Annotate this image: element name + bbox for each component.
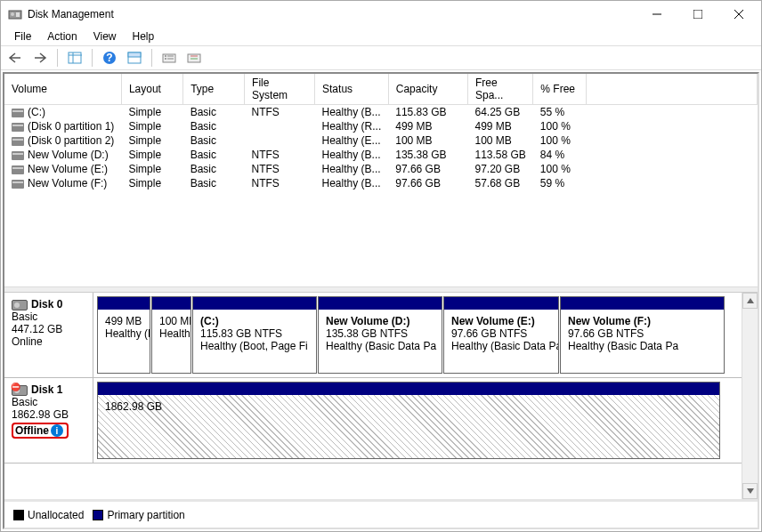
- partition[interactable]: 499 MBHealthy (R: [97, 296, 150, 374]
- disk-name: Disk 0: [12, 298, 85, 310]
- column-status[interactable]: Status: [315, 74, 389, 105]
- partition-body: New Volume (E:)97.66 GB NTFSHealthy (Bas…: [444, 310, 558, 373]
- maximize-button[interactable]: [677, 1, 718, 28]
- partition[interactable]: 1862.98 GB: [97, 382, 720, 459]
- disk-meta[interactable]: Disk 1Basic1862.98 GBOfflinei: [4, 378, 93, 463]
- partition-header: [98, 297, 150, 310]
- partition-header: [152, 297, 190, 310]
- volume-icon: [12, 151, 24, 160]
- column-layout[interactable]: Layout: [121, 74, 182, 105]
- disk-partitions: 499 MBHealthy (R100 MBHealth(C:)115.83 G…: [93, 293, 742, 377]
- info-icon[interactable]: i: [51, 424, 63, 437]
- settings-button[interactable]: [183, 48, 205, 68]
- scroll-up-button[interactable]: [742, 293, 758, 309]
- disk-meta[interactable]: Disk 0Basic447.12 GBOnline: [4, 293, 93, 377]
- menu-file[interactable]: File: [6, 28, 39, 44]
- svg-rect-4: [693, 10, 702, 19]
- partition-header: [319, 297, 442, 310]
- partition[interactable]: 100 MBHealth: [151, 296, 191, 374]
- help-button[interactable]: ?: [99, 48, 120, 68]
- content-area: VolumeLayoutTypeFile SystemStatusCapacit…: [3, 72, 759, 529]
- disk-size: 447.12 GB: [12, 323, 85, 335]
- volume-row[interactable]: (Disk 0 partition 1)SimpleBasicHealthy (…: [4, 119, 758, 133]
- column-free-spa-[interactable]: Free Spa...: [467, 74, 532, 105]
- scroll-down-button[interactable]: [742, 483, 758, 499]
- column--free[interactable]: % Free: [533, 74, 587, 105]
- partition[interactable]: New Volume (F:)97.66 GB NTFSHealthy (Bas…: [560, 296, 725, 374]
- column-volume[interactable]: Volume: [4, 74, 121, 105]
- volume-icon: [12, 165, 24, 174]
- show-hide-button[interactable]: [64, 48, 85, 68]
- disk-row: Disk 1Basic1862.98 GBOfflinei1862.98 GB: [4, 378, 742, 463]
- legend-unallocated: Unallocated: [13, 509, 84, 521]
- volume-list-pane[interactable]: VolumeLayoutTypeFile SystemStatusCapacit…: [4, 74, 758, 287]
- volume-icon: [12, 109, 24, 117]
- partition-body: 1862.98 GB: [98, 395, 719, 458]
- disk-map-pane: Disk 0Basic447.12 GBOnline499 MBHealthy …: [4, 293, 758, 499]
- disk-scroll[interactable]: Disk 0Basic447.12 GBOnline499 MBHealthy …: [4, 293, 742, 499]
- toolbar-separator: [92, 49, 93, 67]
- offline-status-badge: Offlinei: [12, 423, 69, 439]
- svg-point-15: [165, 55, 166, 57]
- disk-management-window: Disk Management File Action View Help ? …: [0, 0, 762, 532]
- volume-row[interactable]: New Volume (D:)SimpleBasicNTFSHealthy (B…: [4, 148, 758, 162]
- svg-rect-2: [16, 12, 20, 17]
- volume-table: VolumeLayoutTypeFile SystemStatusCapacit…: [4, 74, 758, 190]
- close-button[interactable]: [718, 1, 759, 28]
- partition-body: 499 MBHealthy (R: [98, 310, 150, 373]
- forward-button[interactable]: [29, 48, 51, 68]
- disk-type: Basic: [12, 310, 85, 323]
- svg-point-17: [165, 58, 166, 60]
- partition-header: [98, 383, 719, 395]
- back-button[interactable]: [4, 48, 26, 68]
- menu-help[interactable]: Help: [125, 28, 163, 44]
- legend: Unallocated Primary partition: [4, 499, 758, 528]
- disk-icon: [12, 300, 28, 310]
- partition-header: [561, 297, 724, 310]
- window-title: Disk Management: [28, 8, 636, 20]
- volume-row[interactable]: New Volume (F:)SimpleBasicNTFSHealthy (B…: [4, 176, 758, 190]
- partition-body: New Volume (F:)97.66 GB NTFSHealthy (Bas…: [561, 310, 724, 373]
- disk-size: 1862.98 GB: [12, 408, 85, 421]
- view-top-button[interactable]: [124, 48, 145, 68]
- partition-header: [444, 297, 558, 310]
- titlebar: Disk Management: [1, 1, 761, 28]
- svg-point-1: [11, 12, 14, 16]
- disk-partitions: 1862.98 GB: [93, 378, 742, 463]
- toolbar-separator: [151, 49, 152, 67]
- vertical-scrollbar[interactable]: [742, 293, 758, 499]
- volume-icon: [12, 137, 24, 146]
- menu-action[interactable]: Action: [39, 28, 85, 44]
- volume-headers[interactable]: VolumeLayoutTypeFile SystemStatusCapacit…: [4, 74, 758, 105]
- partition-body: (C:)115.83 GB NTFSHealthy (Boot, Page Fi: [193, 310, 316, 373]
- legend-primary: Primary partition: [93, 509, 184, 521]
- disk-name: Disk 1: [12, 383, 85, 396]
- minimize-button[interactable]: [636, 1, 677, 28]
- column-type[interactable]: Type: [183, 74, 245, 105]
- primary-swatch: [93, 510, 103, 520]
- partition-body: 100 MBHealth: [152, 310, 190, 373]
- volume-row[interactable]: (Disk 0 partition 2)SimpleBasicHealthy (…: [4, 133, 758, 148]
- disk-row: Disk 0Basic447.12 GBOnline499 MBHealthy …: [4, 293, 742, 378]
- disk-status: Online: [12, 335, 85, 348]
- disk-type: Basic: [12, 396, 85, 408]
- menu-view[interactable]: View: [85, 28, 125, 44]
- unallocated-swatch: [13, 510, 24, 520]
- volume-row[interactable]: New Volume (E:)SimpleBasicNTFSHealthy (B…: [4, 162, 758, 176]
- action-list-button[interactable]: [158, 48, 180, 68]
- partition[interactable]: New Volume (D:)135.38 GB NTFSHealthy (Ba…: [318, 296, 442, 374]
- partition[interactable]: New Volume (E:)97.66 GB NTFSHealthy (Bas…: [443, 296, 559, 374]
- toolbar: ?: [1, 45, 761, 70]
- column-file-system[interactable]: File System: [245, 74, 315, 105]
- partition-header: [193, 297, 316, 310]
- app-icon: [8, 7, 22, 21]
- svg-rect-13: [128, 52, 141, 57]
- svg-text:?: ?: [106, 52, 112, 64]
- column-capacity[interactable]: Capacity: [388, 74, 467, 105]
- svg-rect-7: [69, 52, 81, 63]
- menubar: File Action View Help: [1, 28, 761, 45]
- toolbar-separator: [57, 49, 58, 67]
- partition-body: New Volume (D:)135.38 GB NTFSHealthy (Ba…: [319, 310, 442, 373]
- partition[interactable]: (C:)115.83 GB NTFSHealthy (Boot, Page Fi: [192, 296, 317, 374]
- volume-row[interactable]: (C:)SimpleBasicNTFSHealthy (B...115.83 G…: [4, 105, 758, 120]
